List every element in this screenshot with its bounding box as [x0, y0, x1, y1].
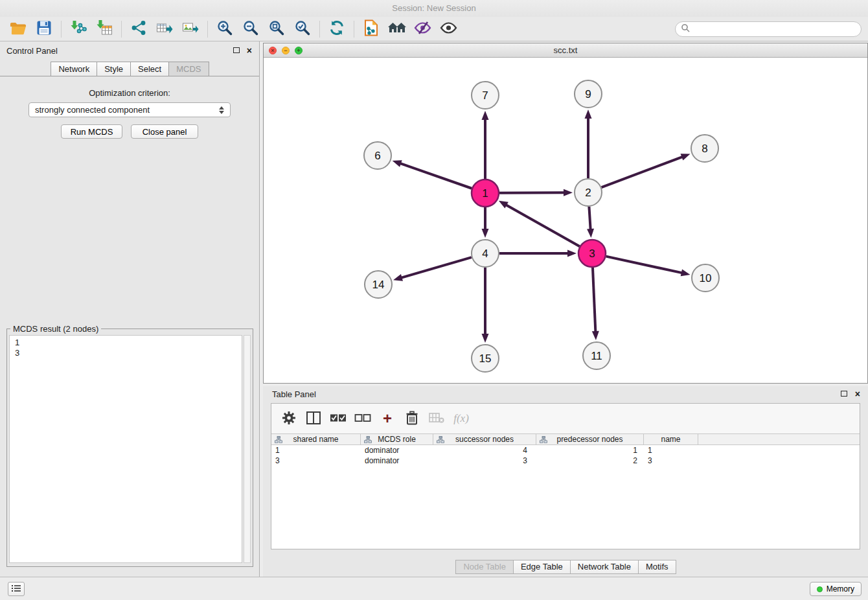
import-table-file-button[interactable] — [91, 19, 117, 40]
home-button[interactable] — [384, 19, 410, 40]
column-type-icon — [437, 436, 444, 443]
tab-style[interactable]: Style — [97, 62, 131, 76]
network-canvas[interactable]: 7968124314101511 — [264, 58, 867, 383]
column-type-icon — [364, 436, 372, 443]
tab-edge-table[interactable]: Edge Table — [513, 560, 571, 574]
float-panel-icon[interactable] — [233, 47, 240, 53]
status-bar: Memory — [0, 577, 868, 600]
graph-node-label: 15 — [479, 352, 492, 365]
select-all-button[interactable] — [327, 408, 349, 430]
show-columns-button[interactable] — [303, 408, 325, 430]
tab-motifs[interactable]: Motifs — [638, 560, 676, 574]
graph-node-label: 3 — [589, 248, 595, 260]
column-header-shared-name[interactable]: shared name — [271, 434, 361, 444]
window-minimize-button[interactable]: − — [282, 47, 290, 54]
graph-edge-1-6[interactable] — [400, 163, 472, 189]
style-edit-button[interactable] — [410, 19, 436, 40]
graph-edge-4-14[interactable] — [402, 257, 472, 278]
toolbar-separator — [61, 21, 62, 38]
import-table-icon — [96, 19, 113, 38]
open-session-button[interactable] — [5, 19, 31, 40]
import-network-file-button[interactable] — [65, 19, 91, 40]
export-image-button[interactable] — [177, 19, 203, 40]
graph-edge-arrowhead — [681, 270, 691, 277]
list-icon — [11, 584, 21, 594]
mcds-result-line: 1 — [15, 338, 236, 348]
run-mcds-button[interactable]: Run MCDS — [61, 124, 122, 139]
network-window-title: scc.txt — [554, 45, 578, 55]
import-network-icon — [70, 19, 87, 38]
zoom-in-icon — [216, 19, 233, 38]
new-network-from-selection-button[interactable] — [126, 19, 152, 40]
tab-select[interactable]: Select — [130, 62, 169, 76]
mcds-result-group: MCDS result (2 nodes) 1 3 — [6, 324, 253, 567]
table-panel-body: + f(x) shared name MCD — [271, 403, 860, 549]
add-column-button[interactable]: + — [376, 408, 398, 430]
column-label: successor nodes — [455, 435, 514, 444]
function-builder-button[interactable]: f(x) — [450, 408, 472, 430]
export-network-button[interactable] — [152, 19, 177, 40]
graph-edge-3-10[interactable] — [606, 257, 681, 273]
table-panel-header: Table Panel × — [263, 386, 868, 402]
fit-content-button[interactable] — [264, 19, 290, 40]
column-header-name[interactable]: name — [644, 434, 698, 444]
zoom-in-button[interactable] — [212, 19, 238, 40]
network-window-titlebar[interactable]: × − + scc.txt — [264, 43, 867, 58]
result-scrollbar[interactable] — [244, 335, 251, 563]
column-header-mcds-role[interactable]: MCDS role — [361, 434, 433, 444]
toolbar-separator — [354, 21, 354, 38]
close-panel-icon[interactable]: × — [855, 388, 860, 400]
window-titlebar[interactable]: Session: New Session — [0, 0, 868, 17]
table-row[interactable]: 1 dominator 4 1 1 — [271, 445, 860, 456]
control-panel-header: Control Panel × — [0, 41, 259, 60]
apply-layout-button[interactable] — [324, 19, 350, 40]
criterion-select[interactable]: strongly connected component — [29, 102, 231, 117]
save-session-button[interactable] — [31, 19, 57, 40]
table-header-row: shared name MCDS role successor nodes pr… — [271, 433, 860, 445]
show-details-button[interactable] — [436, 19, 462, 40]
graph-edge-3-11[interactable] — [593, 268, 595, 332]
tab-network[interactable]: Network — [51, 62, 97, 76]
column-header-successor-nodes[interactable]: successor nodes — [433, 434, 536, 444]
delete-table-button[interactable] — [426, 408, 448, 430]
table-settings-button[interactable] — [278, 408, 300, 430]
mcds-result-list[interactable]: 1 3 — [9, 335, 242, 563]
table-row[interactable]: 3 dominator 3 2 3 — [271, 456, 860, 466]
search-input[interactable] — [693, 25, 856, 34]
memory-button[interactable]: Memory — [810, 582, 862, 596]
cell-shared-name: 3 — [271, 456, 361, 465]
select-all-icon — [330, 412, 347, 426]
tab-network-table[interactable]: Network Table — [570, 560, 639, 574]
network-document-button[interactable] — [358, 19, 384, 40]
delete-column-button[interactable] — [401, 408, 423, 430]
window-close-button[interactable]: × — [269, 47, 277, 54]
zoom-selected-icon — [294, 19, 311, 38]
column-label: name — [661, 435, 680, 444]
memory-label: Memory — [827, 584, 854, 594]
column-header-predecessor-nodes[interactable]: predecessor nodes — [536, 434, 644, 444]
cell-predecessor-nodes: 2 — [536, 456, 644, 465]
window-zoom-button[interactable]: + — [295, 47, 303, 54]
graph-edge-2-8[interactable] — [602, 157, 683, 187]
table-panel: Table Panel × + — [263, 386, 868, 577]
tab-node-table[interactable]: Node Table — [455, 560, 514, 574]
graph-edge-arrowhead — [393, 274, 403, 281]
zoom-out-button[interactable] — [238, 19, 264, 40]
graph-edge-arrowhead — [564, 189, 573, 196]
table-toolbar: + f(x) — [271, 404, 860, 433]
close-panel-icon[interactable]: × — [247, 45, 252, 56]
graph-node-label: 11 — [591, 350, 602, 362]
tab-mcds[interactable]: MCDS — [168, 62, 209, 76]
close-panel-button[interactable]: Close panel — [131, 124, 198, 139]
graph-edge-3-1[interactable] — [506, 205, 580, 246]
zoom-selected-button[interactable] — [290, 19, 315, 40]
graph-edge-1-2[interactable] — [499, 192, 564, 193]
float-panel-icon[interactable] — [841, 391, 847, 397]
deselect-all-button[interactable] — [352, 408, 374, 430]
graph-node-label: 7 — [482, 89, 488, 102]
graph-edge-arrowhead — [681, 154, 691, 160]
panel-menu-button[interactable] — [8, 582, 25, 596]
graph-edge-2-3[interactable] — [589, 207, 590, 229]
main-toolbar — [0, 17, 868, 41]
graph-edge-arrowhead — [587, 229, 594, 238]
